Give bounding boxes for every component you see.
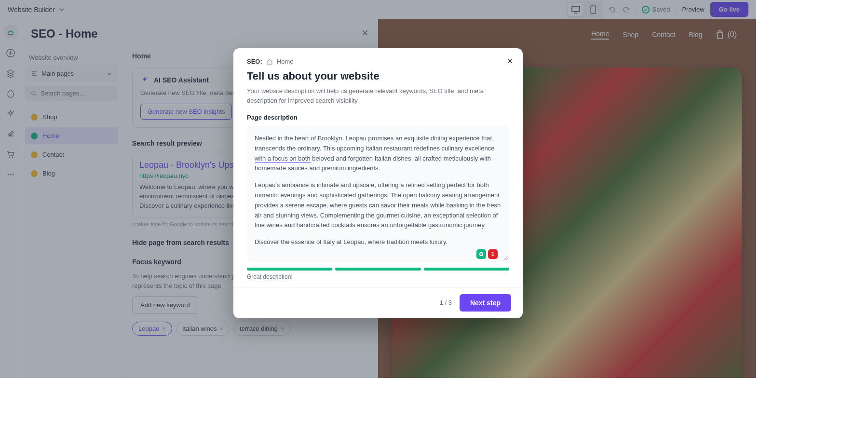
seo-description-modal: × SEO: Home Tell us about your website Y…: [233, 48, 523, 318]
field-label: Page description: [247, 114, 509, 121]
grammar-highlight: with a focus on both: [255, 155, 311, 163]
resize-handle-icon[interactable]: [503, 256, 508, 261]
progress-label: Great description!: [247, 273, 509, 280]
progress-segment: [247, 268, 332, 271]
description-progress: [247, 268, 509, 271]
svg-point-13: [480, 253, 482, 255]
desc-paragraph: Discover the essence of Italy at Leopau,…: [255, 237, 502, 247]
description-textarea[interactable]: Nestled in the heart of Brooklyn, Leopau…: [247, 126, 509, 262]
progress-segment: [424, 268, 509, 271]
desc-paragraph: Nestled in the heart of Brooklyn, Leopau…: [255, 134, 502, 174]
crumb-prefix: SEO:: [247, 58, 262, 65]
modal-breadcrumb: SEO: Home: [247, 58, 509, 65]
modal-title: Tell us about your website: [247, 70, 509, 82]
modal-subtitle: Your website description will help us ge…: [247, 86, 509, 105]
quality-badges: 1: [476, 249, 498, 259]
close-modal-button[interactable]: ×: [507, 55, 513, 68]
step-counter: 1 / 3: [440, 299, 452, 306]
modal-header: × SEO: Home Tell us about your website Y…: [233, 48, 523, 105]
progress-segment: [335, 268, 420, 271]
modal-overlay[interactable]: × SEO: Home Tell us about your website Y…: [0, 0, 756, 378]
next-step-button[interactable]: Next step: [460, 294, 511, 312]
modal-body: Page description Nestled in the heart of…: [233, 114, 523, 287]
grammar-ok-icon[interactable]: [476, 249, 486, 259]
modal-footer: 1 / 3 Next step: [233, 287, 523, 318]
crumb-page: Home: [277, 58, 294, 65]
grammar-issue-badge[interactable]: 1: [488, 249, 498, 259]
home-icon: [266, 58, 273, 65]
desc-paragraph: Leopau's ambiance is intimate and upscal…: [255, 180, 502, 231]
